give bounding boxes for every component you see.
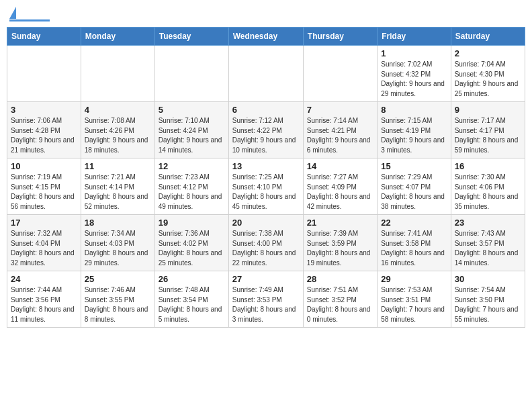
calendar-cell: 12Sunrise: 7:23 AM Sunset: 4:12 PM Dayli…: [154, 158, 228, 215]
day-info: Sunrise: 7:12 AM Sunset: 4:22 PM Dayligh…: [232, 116, 300, 155]
calendar-cell: 4Sunrise: 7:08 AM Sunset: 4:26 PM Daylig…: [81, 102, 154, 158]
day-number: 6: [232, 105, 300, 115]
day-number: 3: [11, 105, 77, 115]
day-info: Sunrise: 7:21 AM Sunset: 4:14 PM Dayligh…: [85, 173, 151, 212]
day-info: Sunrise: 7:48 AM Sunset: 3:54 PM Dayligh…: [159, 285, 225, 324]
calendar-cell: 15Sunrise: 7:29 AM Sunset: 4:07 PM Dayli…: [378, 158, 451, 215]
day-number: 10: [11, 161, 77, 171]
day-info: Sunrise: 7:02 AM Sunset: 4:32 PM Dayligh…: [381, 60, 447, 99]
logo: [9, 7, 50, 21]
calendar-cell: 10Sunrise: 7:19 AM Sunset: 4:15 PM Dayli…: [7, 158, 81, 215]
day-info: Sunrise: 7:17 AM Sunset: 4:17 PM Dayligh…: [455, 116, 521, 155]
weekday-header-friday: Friday: [378, 28, 451, 46]
calendar-table: SundayMondayTuesdayWednesdayThursdayFrid…: [7, 27, 525, 328]
day-number: 19: [159, 218, 225, 228]
calendar-cell: 3Sunrise: 7:06 AM Sunset: 4:28 PM Daylig…: [7, 102, 81, 158]
day-info: Sunrise: 7:32 AM Sunset: 4:04 PM Dayligh…: [11, 229, 77, 268]
day-info: Sunrise: 7:46 AM Sunset: 3:55 PM Dayligh…: [85, 285, 151, 324]
day-number: 9: [455, 105, 521, 115]
day-number: 7: [307, 105, 373, 115]
calendar-week-4: 17Sunrise: 7:32 AM Sunset: 4:04 PM Dayli…: [7, 215, 525, 271]
day-info: Sunrise: 7:49 AM Sunset: 3:53 PM Dayligh…: [232, 285, 300, 324]
calendar-cell: 11Sunrise: 7:21 AM Sunset: 4:14 PM Dayli…: [81, 158, 154, 215]
day-info: Sunrise: 7:29 AM Sunset: 4:07 PM Dayligh…: [381, 173, 447, 212]
day-info: Sunrise: 7:44 AM Sunset: 3:56 PM Dayligh…: [11, 285, 77, 324]
day-number: 13: [232, 161, 300, 171]
weekday-header-sunday: Sunday: [7, 28, 81, 46]
calendar-cell: [7, 46, 81, 102]
day-info: Sunrise: 7:39 AM Sunset: 3:59 PM Dayligh…: [307, 229, 373, 268]
calendar-cell: 16Sunrise: 7:30 AM Sunset: 4:06 PM Dayli…: [451, 158, 525, 215]
weekday-header-monday: Monday: [81, 28, 154, 46]
day-info: Sunrise: 7:36 AM Sunset: 4:02 PM Dayligh…: [159, 229, 225, 268]
calendar-cell: 24Sunrise: 7:44 AM Sunset: 3:56 PM Dayli…: [7, 271, 81, 328]
day-number: 16: [455, 161, 521, 171]
day-number: 22: [381, 218, 447, 228]
calendar-week-1: 1Sunrise: 7:02 AM Sunset: 4:32 PM Daylig…: [7, 46, 525, 102]
day-info: Sunrise: 7:54 AM Sunset: 3:50 PM Dayligh…: [455, 285, 521, 324]
calendar-cell: 8Sunrise: 7:15 AM Sunset: 4:19 PM Daylig…: [378, 102, 451, 158]
day-info: Sunrise: 7:10 AM Sunset: 4:24 PM Dayligh…: [159, 116, 225, 155]
day-info: Sunrise: 7:15 AM Sunset: 4:19 PM Dayligh…: [381, 116, 447, 155]
calendar-cell: 20Sunrise: 7:38 AM Sunset: 4:00 PM Dayli…: [228, 215, 303, 271]
calendar-cell: 19Sunrise: 7:36 AM Sunset: 4:02 PM Dayli…: [154, 215, 228, 271]
day-number: 20: [232, 218, 300, 228]
day-number: 28: [307, 274, 373, 284]
weekday-header-saturday: Saturday: [451, 28, 525, 46]
page-header: [7, 7, 525, 21]
day-info: Sunrise: 7:27 AM Sunset: 4:09 PM Dayligh…: [307, 173, 373, 212]
day-info: Sunrise: 7:43 AM Sunset: 3:57 PM Dayligh…: [455, 229, 521, 268]
logo-underline: [9, 19, 50, 21]
day-info: Sunrise: 7:14 AM Sunset: 4:21 PM Dayligh…: [307, 116, 373, 155]
day-info: Sunrise: 7:41 AM Sunset: 3:58 PM Dayligh…: [381, 229, 447, 268]
calendar-cell: [81, 46, 154, 102]
calendar-cell: 21Sunrise: 7:39 AM Sunset: 3:59 PM Dayli…: [303, 215, 377, 271]
calendar-cell: 25Sunrise: 7:46 AM Sunset: 3:55 PM Dayli…: [81, 271, 154, 328]
calendar-cell: 30Sunrise: 7:54 AM Sunset: 3:50 PM Dayli…: [451, 271, 525, 328]
calendar-cell: 28Sunrise: 7:51 AM Sunset: 3:52 PM Dayli…: [303, 271, 377, 328]
day-number: 4: [85, 105, 151, 115]
calendar-cell: 26Sunrise: 7:48 AM Sunset: 3:54 PM Dayli…: [154, 271, 228, 328]
weekday-header-wednesday: Wednesday: [228, 28, 303, 46]
calendar-cell: 1Sunrise: 7:02 AM Sunset: 4:32 PM Daylig…: [378, 46, 451, 102]
day-number: 14: [307, 161, 373, 171]
calendar-cell: 17Sunrise: 7:32 AM Sunset: 4:04 PM Dayli…: [7, 215, 81, 271]
calendar-header-row: SundayMondayTuesdayWednesdayThursdayFrid…: [7, 28, 525, 46]
calendar-cell: 6Sunrise: 7:12 AM Sunset: 4:22 PM Daylig…: [228, 102, 303, 158]
day-number: 5: [159, 105, 225, 115]
day-info: Sunrise: 7:19 AM Sunset: 4:15 PM Dayligh…: [11, 173, 77, 212]
day-number: 30: [455, 274, 521, 284]
calendar-week-5: 24Sunrise: 7:44 AM Sunset: 3:56 PM Dayli…: [7, 271, 525, 328]
calendar-cell: 14Sunrise: 7:27 AM Sunset: 4:09 PM Dayli…: [303, 158, 377, 215]
day-number: 27: [232, 274, 300, 284]
day-number: 17: [11, 218, 77, 228]
day-number: 2: [455, 48, 521, 58]
calendar-cell: 5Sunrise: 7:10 AM Sunset: 4:24 PM Daylig…: [154, 102, 228, 158]
day-info: Sunrise: 7:06 AM Sunset: 4:28 PM Dayligh…: [11, 116, 77, 155]
day-number: 1: [381, 48, 447, 58]
calendar-cell: [154, 46, 228, 102]
calendar-week-3: 10Sunrise: 7:19 AM Sunset: 4:15 PM Dayli…: [7, 158, 525, 215]
calendar-cell: 2Sunrise: 7:04 AM Sunset: 4:30 PM Daylig…: [451, 46, 525, 102]
calendar-week-2: 3Sunrise: 7:06 AM Sunset: 4:28 PM Daylig…: [7, 102, 525, 158]
day-info: Sunrise: 7:08 AM Sunset: 4:26 PM Dayligh…: [85, 116, 151, 155]
weekday-header-thursday: Thursday: [303, 28, 377, 46]
day-info: Sunrise: 7:38 AM Sunset: 4:00 PM Dayligh…: [232, 229, 300, 268]
calendar-cell: 13Sunrise: 7:25 AM Sunset: 4:10 PM Dayli…: [228, 158, 303, 215]
day-number: 15: [381, 161, 447, 171]
day-info: Sunrise: 7:51 AM Sunset: 3:52 PM Dayligh…: [307, 285, 373, 324]
day-info: Sunrise: 7:04 AM Sunset: 4:30 PM Dayligh…: [455, 60, 521, 99]
day-info: Sunrise: 7:34 AM Sunset: 4:03 PM Dayligh…: [85, 229, 151, 268]
day-info: Sunrise: 7:25 AM Sunset: 4:10 PM Dayligh…: [232, 173, 300, 212]
calendar-cell: 23Sunrise: 7:43 AM Sunset: 3:57 PM Dayli…: [451, 215, 525, 271]
day-number: 21: [307, 218, 373, 228]
day-info: Sunrise: 7:53 AM Sunset: 3:51 PM Dayligh…: [381, 285, 447, 324]
weekday-header-tuesday: Tuesday: [154, 28, 228, 46]
day-number: 29: [381, 274, 447, 284]
day-number: 12: [159, 161, 225, 171]
calendar-cell: 7Sunrise: 7:14 AM Sunset: 4:21 PM Daylig…: [303, 102, 377, 158]
day-number: 26: [159, 274, 225, 284]
calendar-cell: [228, 46, 303, 102]
day-number: 24: [11, 274, 77, 284]
calendar-cell: 9Sunrise: 7:17 AM Sunset: 4:17 PM Daylig…: [451, 102, 525, 158]
